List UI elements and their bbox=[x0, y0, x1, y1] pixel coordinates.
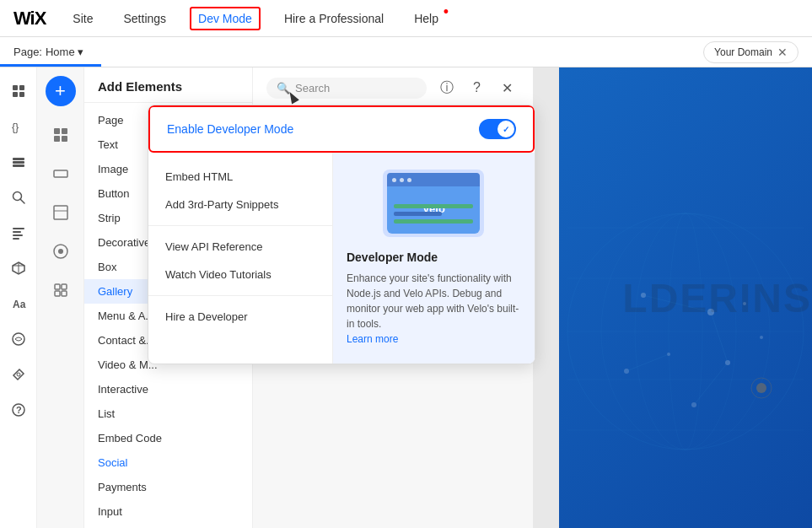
svg-rect-22 bbox=[54, 128, 60, 134]
svg-rect-10 bbox=[13, 228, 24, 229]
svg-rect-26 bbox=[54, 170, 67, 177]
gallery-header-actions: ⓘ ? ✕ bbox=[435, 76, 519, 100]
nav-devmode[interactable]: Dev Mode bbox=[190, 7, 261, 30]
code-line-1 bbox=[394, 204, 473, 208]
enable-dev-mode-row[interactable]: Enable Developer Mode ✓ bbox=[148, 105, 535, 153]
svg-rect-25 bbox=[62, 136, 67, 142]
elements-item-payments[interactable]: Payments bbox=[84, 475, 252, 499]
code-line-2 bbox=[394, 212, 441, 216]
svg-rect-12 bbox=[13, 234, 23, 236]
sidebar-icon-tools[interactable] bbox=[3, 359, 34, 390]
main-layout: {} bbox=[0, 67, 812, 528]
gallery-header: 🔍 Search ⓘ ? ✕ bbox=[253, 67, 533, 109]
learn-more-link[interactable]: Learn more bbox=[347, 333, 398, 345]
dev-mode-info-panel: Velo Developer Mode Enhance your site's … bbox=[333, 153, 535, 364]
page-dropdown[interactable]: Home ▾ bbox=[46, 46, 83, 58]
sidebar-icon-code[interactable]: {} bbox=[3, 111, 34, 142]
elements-item-interactive[interactable]: Interactive bbox=[84, 377, 252, 401]
top-navigation: WiX Site Settings Dev Mode Hire a Profes… bbox=[0, 0, 812, 37]
svg-rect-2 bbox=[13, 92, 18, 97]
watch-tutorials-item[interactable]: Watch Video Tutorials bbox=[148, 261, 332, 288]
left-sidebar: {} bbox=[0, 67, 37, 528]
search-icon: 🔍 bbox=[277, 82, 290, 94]
svg-rect-31 bbox=[55, 284, 60, 289]
add-panel-puzzle[interactable] bbox=[44, 273, 78, 307]
nav-site[interactable]: Site bbox=[66, 8, 99, 29]
svg-rect-5 bbox=[13, 158, 24, 160]
dev-mode-info-title: Developer Mode bbox=[347, 251, 521, 264]
hire-developer-item[interactable]: Hire a Developer bbox=[148, 303, 332, 331]
add-panel: + bbox=[37, 67, 84, 528]
browser-dot-1 bbox=[392, 178, 396, 182]
canvas-area: LDERINS bbox=[533, 67, 813, 528]
add-panel-rectangle[interactable] bbox=[44, 157, 78, 191]
page-label: Page: bbox=[13, 46, 42, 58]
sidebar-icon-content[interactable] bbox=[3, 218, 34, 248]
add-button[interactable]: + bbox=[46, 76, 76, 106]
add-panel-widget[interactable] bbox=[44, 234, 78, 268]
svg-text:{}: {} bbox=[11, 121, 18, 133]
elements-item-embed[interactable]: Embed Code bbox=[84, 426, 252, 450]
sidebar-icon-blog[interactable] bbox=[3, 324, 34, 354]
page-bar: Page: Home ▾ Your Domain ✕ bbox=[0, 37, 812, 67]
sidebar-icon-typography[interactable]: Aa bbox=[3, 288, 34, 319]
dev-mode-menu-left: Embed HTML Add 3rd-Party Snippets View A… bbox=[148, 153, 333, 364]
svg-rect-24 bbox=[54, 136, 60, 142]
embed-html-item[interactable]: Embed HTML bbox=[148, 163, 332, 191]
wix-logo: WiX bbox=[13, 8, 46, 30]
domain-pill[interactable]: Your Domain ✕ bbox=[703, 41, 799, 63]
svg-rect-27 bbox=[54, 206, 67, 219]
nav-hire[interactable]: Hire a Professional bbox=[277, 8, 390, 29]
toggle-check-icon: ✓ bbox=[503, 125, 509, 134]
svg-rect-1 bbox=[19, 85, 24, 90]
view-api-item[interactable]: View API Reference bbox=[148, 233, 332, 261]
canvas-background-text: LDERINS bbox=[622, 275, 812, 321]
enable-dev-mode-label: Enable Developer Mode bbox=[167, 122, 479, 136]
menu-divider-2 bbox=[148, 295, 332, 296]
code-line-3 bbox=[394, 219, 473, 224]
svg-point-63 bbox=[756, 383, 766, 393]
add-panel-layout[interactable] bbox=[44, 196, 78, 229]
progress-bar bbox=[0, 64, 101, 67]
sidebar-icon-3d[interactable] bbox=[3, 253, 34, 283]
svg-rect-7 bbox=[13, 164, 24, 167]
dev-mode-info-description: Enhance your site's functionality with N… bbox=[347, 271, 521, 347]
gallery-question-icon[interactable]: ? bbox=[465, 76, 489, 100]
svg-rect-11 bbox=[13, 231, 21, 233]
sidebar-icon-search[interactable] bbox=[3, 182, 34, 213]
gallery-info-icon[interactable]: ⓘ bbox=[435, 76, 459, 100]
add-panel-grid[interactable] bbox=[44, 118, 78, 152]
sidebar-icon-layers[interactable] bbox=[3, 147, 34, 177]
dev-mode-menu: Embed HTML Add 3rd-Party Snippets View A… bbox=[148, 153, 535, 364]
svg-line-9 bbox=[20, 199, 24, 203]
menu-divider-1 bbox=[148, 225, 332, 226]
nav-help[interactable]: Help bbox=[407, 8, 445, 29]
svg-text:Aa: Aa bbox=[13, 299, 26, 310]
elements-item-input[interactable]: Input bbox=[84, 499, 252, 521]
svg-rect-23 bbox=[62, 128, 67, 134]
gallery-search-box[interactable]: 🔍 Search bbox=[266, 78, 427, 99]
elements-panel-title: Add Elements bbox=[84, 67, 252, 103]
velo-code-lines bbox=[394, 204, 473, 227]
dev-mode-toggle[interactable]: ✓ bbox=[479, 119, 516, 139]
sidebar-icon-help[interactable]: ? bbox=[3, 395, 34, 425]
gallery-close-icon[interactable]: ✕ bbox=[496, 76, 519, 100]
dev-mode-illustration: Velo bbox=[383, 170, 484, 237]
dev-mode-dropdown: Enable Developer Mode ✓ Embed HTML Add 3… bbox=[148, 105, 535, 364]
domain-close-icon[interactable]: ✕ bbox=[777, 46, 788, 59]
browser-dot-3 bbox=[407, 178, 411, 182]
svg-rect-34 bbox=[62, 291, 67, 296]
add-snippets-item[interactable]: Add 3rd-Party Snippets bbox=[148, 191, 332, 218]
elements-item-list[interactable]: List bbox=[84, 401, 252, 426]
svg-rect-3 bbox=[19, 92, 24, 97]
svg-point-19 bbox=[17, 373, 20, 376]
svg-point-30 bbox=[58, 249, 63, 254]
svg-rect-6 bbox=[13, 161, 24, 164]
toggle-knob: ✓ bbox=[497, 121, 514, 137]
svg-point-18 bbox=[13, 333, 24, 345]
elements-item-social[interactable]: Social bbox=[84, 450, 252, 475]
nav-settings[interactable]: Settings bbox=[116, 8, 173, 29]
svg-rect-32 bbox=[62, 284, 67, 289]
svg-rect-33 bbox=[55, 291, 60, 296]
sidebar-icon-pages[interactable] bbox=[3, 76, 34, 106]
